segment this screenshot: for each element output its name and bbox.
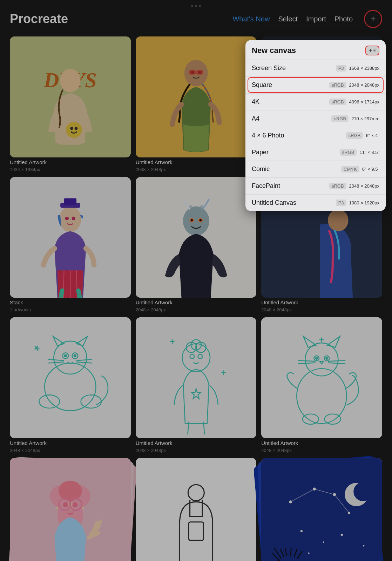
nc-item-size: 1080 × 1920px: [349, 200, 379, 205]
nc-canvas-item-untitled-canvas[interactable]: Untitled CanvasP31080 × 1920px: [245, 195, 386, 211]
nc-item-name: A4: [252, 115, 331, 122]
nc-item-size: 210 × 297mm: [351, 116, 379, 121]
nc-canvas-item-a4[interactable]: A4sRGB210 × 297mm: [245, 110, 386, 127]
nc-items-container: Screen SizeP31668 × 2388pxSquaresRGB2048…: [245, 60, 386, 211]
nc-item-name: FacePaint: [252, 182, 329, 190]
nc-item-tag: P3: [336, 65, 346, 72]
nc-new-canvas-button[interactable]: +: [365, 46, 379, 55]
nc-canvas-item-4k[interactable]: 4KsRGB4096 × 1714px: [245, 94, 386, 110]
nc-item-tag: sRGB: [329, 82, 346, 88]
canvas-template-icon: [373, 48, 376, 53]
nc-item-size: 2048 × 2048px: [349, 82, 379, 88]
nc-item-size: 6" × 9.5": [362, 167, 379, 172]
nc-item-name: 4K: [252, 98, 329, 106]
nc-item-tag: CMYK: [341, 166, 359, 173]
nc-item-name: Untitled Canvas: [252, 199, 336, 207]
nc-item-size: 4096 × 1714px: [349, 99, 379, 104]
nc-item-tag: sRGB: [346, 132, 363, 139]
svg-rect-117: [374, 50, 376, 51]
nc-canvas-item-paper[interactable]: PapersRGB11" × 8.5": [245, 144, 386, 161]
nc-item-tag: sRGB: [329, 183, 346, 189]
nc-item-size: 11" × 8.5": [359, 150, 379, 155]
nc-item-name: Screen Size: [252, 65, 336, 72]
nc-title: New canvas: [252, 46, 296, 55]
nc-item-tag: sRGB: [340, 149, 357, 156]
nc-canvas-item-4-×-6-photo[interactable]: 4 × 6 PhotosRGB6" × 4": [245, 127, 386, 144]
nc-canvas-item-screen-size[interactable]: Screen SizeP31668 × 2388px: [245, 60, 386, 77]
nc-item-name: Square: [252, 81, 329, 89]
new-canvas-dropdown: New canvas + Screen SizeP31668 × 2388pxS…: [245, 40, 386, 211]
nc-item-name: Comic: [252, 165, 341, 173]
nc-item-size: 1668 × 2388px: [349, 66, 379, 71]
plus-small-icon: +: [369, 47, 372, 54]
nc-item-tag: sRGB: [329, 99, 346, 105]
nc-item-tag: sRGB: [331, 115, 349, 122]
nc-item-name: Paper: [252, 149, 340, 156]
nc-header: New canvas +: [245, 40, 386, 60]
nc-item-size: 2048 × 2048px: [349, 183, 379, 189]
nc-item-tag: P3: [336, 200, 346, 206]
nc-item-name: 4 × 6 Photo: [252, 132, 346, 139]
nc-canvas-item-facepaint[interactable]: FacePaintsRGB2048 × 2048px: [245, 178, 386, 195]
nc-canvas-item-comic[interactable]: ComicCMYK6" × 9.5": [245, 161, 386, 178]
nc-canvas-item-square[interactable]: SquaresRGB2048 × 2048px: [245, 77, 386, 94]
nc-item-size: 6" × 4": [366, 133, 379, 138]
